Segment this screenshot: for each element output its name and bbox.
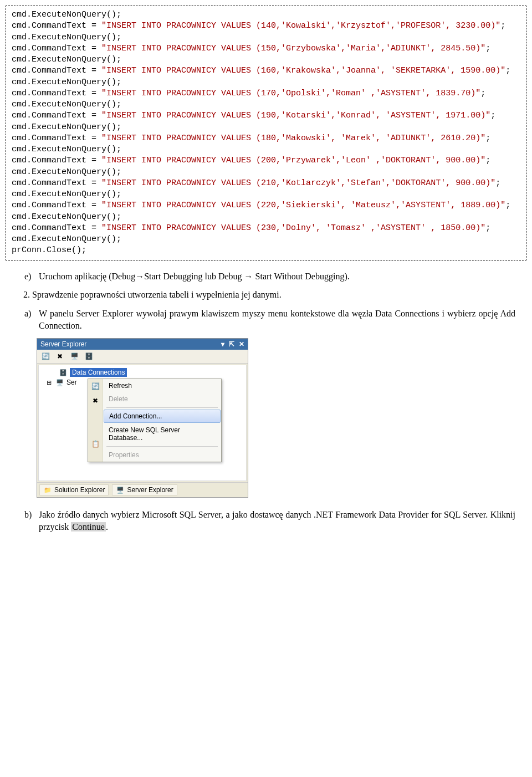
list-label-e: e) [24,270,31,283]
ctx-separator [106,407,218,408]
pin-icon[interactable]: ⇱ [229,340,234,348]
ctx-refresh[interactable]: Refresh [103,379,221,392]
ctx-properties: Properties [103,448,221,462]
tree-node-data-connections[interactable]: 🗄️ Data Connections [39,367,246,377]
continue-button-label: Continue [71,522,106,531]
refresh-icon[interactable]: 🔄 [40,351,50,361]
code-block: cmd.ExecuteNonQuery(); cmd.CommandText =… [6,6,526,260]
server-explorer-tree: 🗄️ Data Connections ⊞ 🖥️ Ser 🔄 ✖ 📋 Refre… [38,365,247,481]
database-icon[interactable]: 🗄️ [84,351,94,361]
tab-solution-label: Solution Explorer [54,486,105,494]
ctx-create-db[interactable]: Create New SQL Server Database... [103,423,221,444]
tab-server-label: Server Explorer [127,486,173,494]
substep-b-text-post: . [106,522,108,531]
tab-server-explorer[interactable]: 🖥️ Server Explorer [112,484,177,495]
server-explorer-titlebar[interactable]: Server Explorer ▾ ⇱ ✕ [37,339,248,350]
stop-icon[interactable]: ✖ [55,351,65,361]
substep-a-text: W panelu Server Explorer wywołaj prawym … [39,309,515,330]
server-explorer-window: Server Explorer ▾ ⇱ ✕ 🔄 ✖ 🖥️ 🗄️ 🗄️ Data … [37,338,248,498]
substep-a: a) W panelu Server Explorer wywołaj praw… [39,308,515,331]
context-menu: 🔄 ✖ 📋 Refresh Delete Add Connection... C… [88,379,222,462]
data-connections-label: Data Connections [70,368,127,377]
ctx-delete-icon: ✖ [88,393,103,408]
solution-explorer-icon: 📁 [43,485,52,494]
list-label-b: b) [24,509,32,521]
list-label-a: a) [24,308,31,320]
dropdown-icon[interactable]: ▾ [221,340,224,348]
ctx-refresh-icon: 🔄 [88,379,103,393]
ctx-add-connection[interactable]: Add Connection... [104,410,221,423]
server-explorer-title: Server Explorer [40,340,86,348]
server-explorer-toolbar: 🔄 ✖ 🖥️ 🗄️ [37,350,248,364]
server-node-icon: 🖥️ [55,378,64,387]
explorer-tabs: 📁 Solution Explorer 🖥️ Server Explorer [37,482,248,497]
step-2-heading: 2. Sprawdzenie poprawności utworzenia ta… [23,290,521,300]
instruction-e-text: Uruchom aplikację (Debug→Start Debugging… [39,272,350,281]
database-node-icon: 🗄️ [59,368,68,377]
server-explorer-tab-icon: 🖥️ [116,485,125,494]
close-icon[interactable]: ✕ [239,340,244,348]
ctx-delete: Delete [103,392,221,406]
substep-b: b) Jako źródło danych wybierz Microsoft … [39,509,515,533]
ctx-properties-icon: 📋 [88,437,103,451]
tab-solution-explorer[interactable]: 📁 Solution Explorer [39,484,109,495]
servers-label-truncated: Ser [66,379,77,386]
ctx-separator [106,446,218,447]
instruction-e: e) Uruchom aplikację (Debug→Start Debugg… [39,270,515,283]
expand-icon[interactable]: ⊞ [44,378,53,387]
connect-icon[interactable]: 🖥️ [69,351,79,361]
substep-b-text-pre: Jako źródło danych wybierz Microsoft SQL… [39,510,515,531]
